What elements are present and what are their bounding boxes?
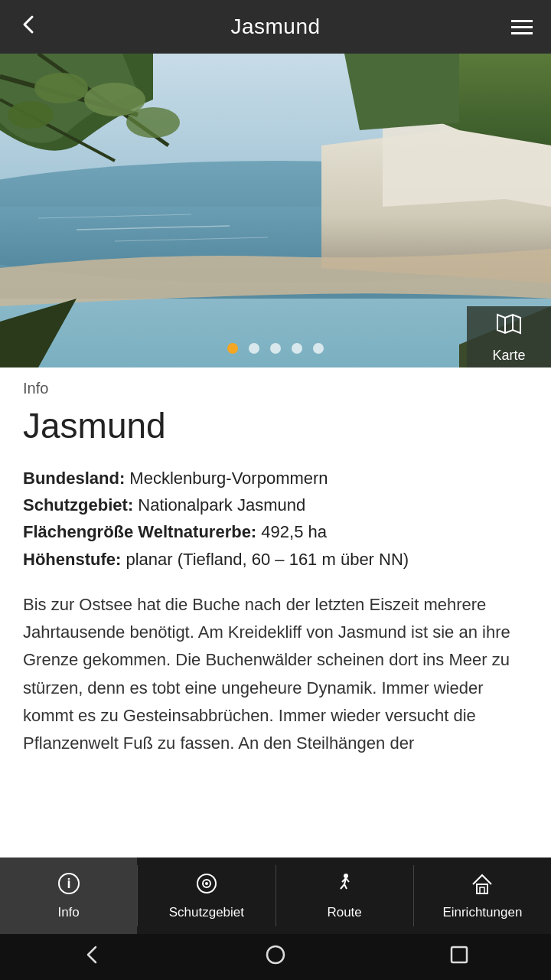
nav-label-einrichtungen: Einrichtungen — [442, 905, 522, 920]
svg-rect-27 — [480, 887, 484, 893]
dot-4[interactable] — [292, 343, 302, 354]
field-flaeche-label: Flächengröße Weltnaturerbe: — [23, 522, 256, 541]
nav-label-schutzgebiet: Schutzgebiet — [169, 905, 244, 920]
svg-point-6 — [34, 73, 88, 103]
app-header: Jasmund — [0, 0, 551, 54]
field-flaeche-value: 492,5 ha — [261, 522, 327, 541]
nav-item-info[interactable]: i Info — [0, 858, 137, 934]
info-icon: i — [57, 872, 80, 900]
info-description: Bis zur Ostsee hat die Buche nach der le… — [23, 591, 528, 758]
karte-label: Karte — [492, 348, 525, 364]
field-bundesland-value: Mecklenburg-Vorpommern — [129, 469, 328, 488]
svg-rect-29 — [452, 947, 467, 962]
nav-label-route: Route — [327, 905, 361, 920]
place-title: Jasmund — [23, 405, 528, 446]
svg-point-9 — [126, 107, 180, 138]
nav-label-info: Info — [57, 905, 79, 920]
system-home-button[interactable] — [266, 945, 285, 969]
field-bundesland-label: Bundesland: — [23, 469, 125, 488]
system-recent-button[interactable] — [449, 945, 469, 969]
svg-point-19 — [205, 882, 208, 885]
field-schutzgebiet-value: Nationalpark Jasmund — [138, 495, 305, 514]
field-schutzgebiet-label: Schutzgebiet: — [23, 495, 133, 514]
back-button[interactable] — [18, 14, 40, 41]
info-fields: Bundesland: Mecklenburg-Vorpommern Schut… — [23, 465, 528, 573]
section-label: Info — [23, 368, 528, 405]
dot-3[interactable] — [270, 343, 281, 354]
svg-point-20 — [344, 874, 348, 878]
field-hoehenstufe-value: planar (Tiefland, 60 – 161 m über NN) — [126, 550, 409, 569]
dot-2[interactable] — [249, 343, 259, 354]
field-flaeche: Flächengröße Weltnaturerbe: 492,5 ha — [23, 518, 528, 545]
dot-1[interactable] — [227, 343, 238, 354]
info-section: Info Jasmund Bundesland: Mecklenburg-Vor… — [0, 368, 551, 773]
menu-button[interactable] — [511, 20, 533, 34]
route-icon — [333, 872, 356, 900]
field-bundesland: Bundesland: Mecklenburg-Vorpommern — [23, 465, 528, 492]
svg-line-25 — [346, 878, 349, 882]
system-navigation — [0, 934, 551, 980]
bottom-navigation: i Info Schutzgebiet — [0, 858, 551, 934]
system-back-button[interactable] — [82, 945, 102, 969]
page-title: Jasmund — [230, 15, 320, 39]
field-hoehenstufe-label: Höhenstufe: — [23, 550, 121, 569]
karte-button[interactable]: Karte — [467, 306, 551, 368]
svg-point-8 — [8, 101, 54, 129]
svg-text:i: i — [67, 876, 70, 891]
svg-line-22 — [341, 884, 344, 889]
svg-line-23 — [344, 884, 347, 889]
nav-item-einrichtungen[interactable]: Einrichtungen — [414, 858, 551, 934]
map-icon — [495, 310, 523, 343]
field-hoehenstufe: Höhenstufe: planar (Tiefland, 60 – 161 m… — [23, 546, 528, 573]
dot-5[interactable] — [313, 343, 324, 354]
nav-item-route[interactable]: Route — [276, 858, 413, 934]
nav-item-schutzgebiet[interactable]: Schutzgebiet — [138, 858, 275, 934]
svg-rect-26 — [477, 884, 487, 893]
einrichtungen-icon — [471, 872, 494, 900]
schutzgebiet-icon — [195, 872, 218, 900]
svg-point-28 — [267, 946, 284, 963]
image-slider[interactable]: Karte — [0, 54, 551, 368]
field-schutzgebiet: Schutzgebiet: Nationalpark Jasmund — [23, 492, 528, 518]
slider-dots — [227, 343, 324, 354]
